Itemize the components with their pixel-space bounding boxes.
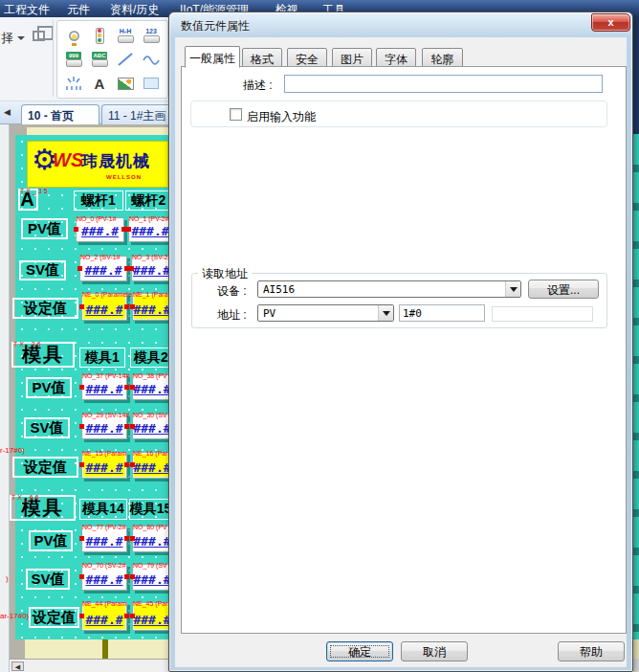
menu-data-history[interactable]: 资料/历史 xyxy=(110,2,159,18)
tab-scroll-left-icon[interactable]: ◀ xyxy=(4,107,11,117)
sv-row-label[interactable]: SV值 xyxy=(24,417,70,438)
canvas-right-sliver xyxy=(633,17,639,672)
numeric-element[interactable]: NO_0 (PV-1####.# xyxy=(76,217,124,242)
select-tool-label[interactable]: 择 xyxy=(1,30,13,47)
screw1-label[interactable]: 螺杆1 xyxy=(74,190,123,211)
mold14-label[interactable]: 模具14 xyxy=(79,499,127,520)
logo-ws-text: WS xyxy=(53,149,83,171)
numeric-element[interactable]: NO_3 (SV-2####.# xyxy=(131,256,172,281)
line-tool-icon[interactable] xyxy=(113,48,138,71)
picture-icon[interactable] xyxy=(113,72,138,95)
screw2-label[interactable]: 螺杆2 xyxy=(125,190,172,211)
horizontal-scrollbar[interactable]: ◀ xyxy=(10,659,168,672)
numeric-element[interactable]: NO_1 (PV-2####.# xyxy=(128,217,172,242)
chevron-down-icon[interactable] xyxy=(378,305,393,321)
tab-page-11-main[interactable]: 11 - 1#主画 xyxy=(101,104,176,124)
device-label: 设备 : xyxy=(217,283,247,300)
mold2-label[interactable]: 模具2 xyxy=(130,347,172,368)
element-tool-panel: H-H 123 999 ABC xyxy=(56,20,168,99)
sv-row-label[interactable]: SV值 xyxy=(26,569,70,590)
address-label: 地址 : xyxy=(217,307,247,324)
tab-format[interactable]: 格式 xyxy=(242,48,282,67)
enable-input-checkbox[interactable] xyxy=(230,108,242,121)
read-address-legend: 读取地址 xyxy=(198,266,252,282)
close-icon[interactable]: x xyxy=(591,13,630,32)
ok-button[interactable]: 确定 xyxy=(326,641,393,661)
curve-tool-icon[interactable] xyxy=(139,48,164,71)
numeric-element[interactable]: NE_45 (Par###.# xyxy=(132,602,172,631)
tab-page-10-home[interactable]: 10 - 首页 xyxy=(21,104,99,124)
numeric-input-icon[interactable]: 123 xyxy=(139,24,164,47)
enable-input-group: 启用输入功能 xyxy=(190,101,607,127)
toggle-switch-icon[interactable]: H-H xyxy=(113,24,138,47)
flash-animation-icon[interactable] xyxy=(61,72,86,95)
menu-project-file[interactable]: 工程文件 xyxy=(4,2,50,18)
tab-font[interactable]: 字体 xyxy=(376,48,416,67)
pv-row-label[interactable]: PV值 xyxy=(29,530,73,551)
numeric-element[interactable]: NO_38 (PV###.# xyxy=(132,374,172,400)
numeric-element[interactable]: NO_29 (SV-14####.# xyxy=(81,414,127,439)
chevron-down-icon[interactable] xyxy=(505,281,520,297)
page-tab-bar: ◀ 10 - 首页 11 - 1#主画 xyxy=(0,101,168,124)
editor-left-edge xyxy=(0,124,10,672)
numeric-element[interactable]: NO_79 (SV###.# xyxy=(132,564,172,591)
numeric-element[interactable]: NO_2 (SV-1####.# xyxy=(79,256,127,281)
tab-outline[interactable]: 轮廓 xyxy=(422,48,463,67)
company-name: 玮晟机械 xyxy=(81,150,150,172)
scroll-left-icon[interactable]: ◀ xyxy=(11,661,24,671)
address-extra-field[interactable] xyxy=(492,306,593,322)
numeric-element[interactable]: NO_77 (PV-2####.# xyxy=(81,526,127,552)
toolbar-separator xyxy=(53,20,54,97)
company-banner[interactable]: ⚙ WS 玮晟机械 WELLSON xyxy=(27,141,168,188)
sv-row-label[interactable]: SV值 xyxy=(19,260,66,280)
numeric-element[interactable]: NE_16 (Par###.# xyxy=(132,452,172,479)
numeric-element[interactable]: NE_1 (Para###.# xyxy=(132,293,172,321)
clipped-tag-note: ) xyxy=(6,574,9,583)
clipped-tag-note: r-17#0) xyxy=(0,446,25,455)
cancel-button[interactable]: 取消 xyxy=(401,641,468,661)
clipped-tag-note: ar-17#0) xyxy=(0,612,29,620)
application-window: 工程文件 元件 资料/历史 IIoT/能源管理 检视 工具 择 H-H 123 … xyxy=(0,0,639,672)
numeric-element[interactable]: NO_37 (PV-14####.# xyxy=(81,374,127,400)
window-copy-icon[interactable] xyxy=(33,31,45,41)
mold-header-label[interactable]: TX_66模具 xyxy=(10,495,76,521)
description-input[interactable] xyxy=(284,75,603,93)
tab-general[interactable]: 一般属性 xyxy=(185,46,240,68)
pv-row-label[interactable]: PV值 xyxy=(26,377,72,398)
tab-page-general: 描述 : 启用输入功能 读取地址 设备 : AI516 设置... 地址 : P… xyxy=(181,66,627,634)
multi-state-lamp-icon[interactable] xyxy=(87,24,112,47)
tab-security[interactable]: 安全 xyxy=(287,48,327,67)
numeric-element-properties-dialog: 数值元件属性 x 一般属性 格式 安全 图片 字体 轮廓 描述 : 启用输入功能… xyxy=(168,11,633,672)
description-label: 描述 : xyxy=(243,78,273,94)
numeric-element[interactable]: NE_44 (Param###.# xyxy=(81,602,127,631)
numeric-display-icon[interactable]: 999 xyxy=(61,48,86,71)
tab-picture[interactable]: 图片 xyxy=(332,48,372,67)
dialog-title: 数值元件属性 xyxy=(181,18,250,34)
text-display-icon[interactable]: ABC xyxy=(87,48,112,71)
device-combobox[interactable]: AI516 xyxy=(257,280,521,298)
mold15-label[interactable]: 模具15 xyxy=(129,499,172,520)
address-value-input[interactable] xyxy=(399,304,485,322)
device-settings-button[interactable]: 设置... xyxy=(528,280,599,299)
select-dropdown-icon[interactable] xyxy=(17,36,25,44)
numeric-element[interactable]: NO_80 (PV###.# xyxy=(132,526,172,552)
address-type-combobox[interactable]: PV xyxy=(257,304,394,322)
help-button[interactable]: 帮助 xyxy=(558,641,625,661)
setvalue-row-label[interactable]: 设定值 xyxy=(12,298,78,319)
header-a-label[interactable]: TX_35A xyxy=(18,189,38,211)
setvalue-row-label[interactable]: 设定值 xyxy=(12,457,78,478)
setvalue-row-label[interactable]: 设定值 xyxy=(29,607,79,628)
mold1-label[interactable]: 模具1 xyxy=(79,347,125,368)
numeric-element[interactable]: NE_0 (Parameter-1####.# xyxy=(81,293,127,321)
pv-row-label[interactable]: PV值 xyxy=(21,218,68,239)
static-text-icon[interactable]: A xyxy=(87,72,112,95)
menu-element[interactable]: 元件 xyxy=(67,2,90,18)
numeric-element[interactable]: NO_30 (SV###.# xyxy=(132,414,172,439)
page-margin-top xyxy=(27,127,168,135)
rectangle-tool-icon[interactable] xyxy=(139,72,164,95)
mold-header-label[interactable]: TX_36模具 xyxy=(11,342,75,368)
dialog-client-area: 一般属性 格式 安全 图片 字体 轮廓 描述 : 启用输入功能 读取地址 设备 … xyxy=(175,37,627,667)
numeric-element[interactable]: NE_15 (Param###.# xyxy=(81,452,127,479)
indicator-lamp-icon[interactable] xyxy=(61,24,86,47)
numeric-element[interactable]: NO_70 (SV-2####.# xyxy=(81,564,127,591)
